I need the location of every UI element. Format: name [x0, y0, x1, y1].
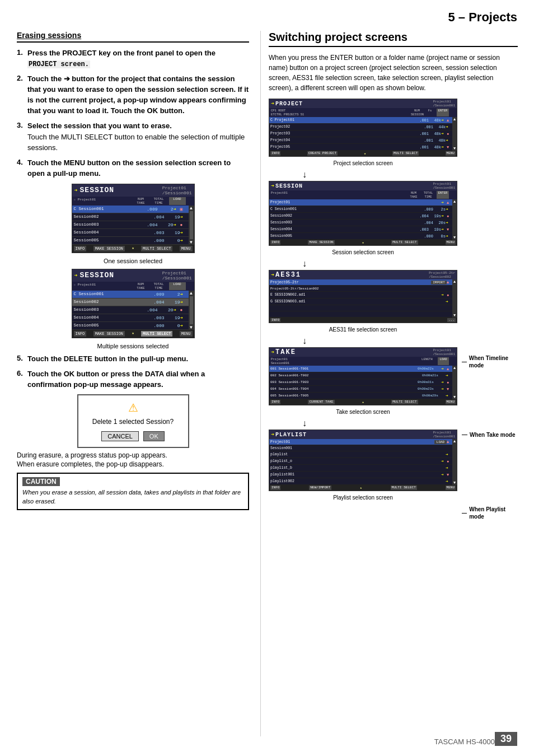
aes31-label: When Timeline mode [469, 354, 518, 369]
take-label-group: When Take mode [462, 398, 518, 471]
aes-row-4: G SESSION003.ad1 ➔ [269, 298, 452, 305]
pl-row-6: playlist002 ➔ [269, 478, 452, 485]
screens-column: ➔ PROJECT Project01/Session001 CP1 ROOTE… [269, 99, 457, 555]
proj-footer: INFO CREATE PROJECT ★ MULTI SELECT MENU [269, 151, 457, 156]
sess-row-5: Session004 .003 19s ➔ ▼ [269, 226, 452, 233]
right-section-title: Switching project screens [269, 31, 518, 47]
brand-label: TASCAM HS-4000 [434, 738, 495, 746]
screen1-footer: INFO MAKE SESSION ★ MULTI SELECT MENU [72, 245, 194, 253]
take-row-5: 005 Session001-T005 0h00m29s ➔ [269, 393, 452, 399]
session-screen-right: ➔ SESSION Project01/Session001 Project01… [269, 181, 457, 246]
step-1: 1. Press the PROJECT key on the front pa… [17, 48, 249, 69]
pl-row-1: Project01 LOAD ▲ [269, 439, 452, 445]
pl-footer: INFO NEW/IMPORT ★ MULTI SELECT MENU [269, 485, 457, 491]
take-row-3: 003 Session001-T003 0h00m31s ➔ ● [269, 379, 452, 386]
proj-row-5: Project05 .001 48k ➔ ▼ [269, 144, 452, 151]
aes31-screen: ➔ AES31 Project05-2tr/Session002 Project… [269, 270, 457, 323]
spacer-2 [462, 208, 518, 325]
aes-row-3: E SESSION002.ad1 ➔ ● [269, 292, 452, 298]
step-4: 4. Touch the MENU button on the session … [17, 158, 249, 179]
right-column: Switching project screens When you press… [269, 31, 518, 555]
pl-scroll: ▲ ▼ [452, 439, 457, 485]
step-6-text: Touch the OK button or press the DATA di… [27, 370, 205, 389]
session-subheader: Project01 NUM TAKE TOTAL TIME ENTER [269, 190, 457, 199]
take-row-4: 004 Session001-T004 0h00m23s ➔ ▼ [269, 386, 452, 393]
screen2-row-4: Session004 .003 19 ➔ [72, 314, 189, 322]
aes-row-6 [269, 311, 452, 318]
project-subheader: CP1 ROOTETCTRL PROJECTS S1 NUM SESSION F… [269, 108, 457, 117]
screen1-caption: One session selected [17, 258, 249, 264]
take-line [462, 435, 467, 435]
screen2-row-3: Session003 .004 20 ➔ ● [72, 306, 189, 314]
step-3-num: 3. [17, 121, 25, 154]
popup-ok-button[interactable]: OK [143, 431, 165, 441]
playlist-screen: ➔ PLAYLIST Project01/Session001 Project0… [269, 430, 457, 491]
sess-row-6: Session005 .000 0s ➔ [269, 233, 452, 240]
step-1-code: PROJECT screen. [27, 60, 90, 68]
step-5: 5. Touch the DELETE button in the pull-u… [17, 354, 249, 365]
take-label: When Take mode [470, 431, 516, 438]
screen1-title: SESSION [80, 186, 115, 194]
take-row-1: 001 Session001-T001 0h00m22s ➔ ▲ [269, 366, 452, 372]
arrow-down-2: ↓ [302, 259, 457, 269]
screen2-row-5: Session005 .000 0 ➔ [72, 322, 189, 330]
proj-row-1: C Project01 .001 48k ➔ ▲ [269, 117, 452, 124]
take-row-2: 002 Session001-T002 0h00m21s ➔ [269, 372, 452, 379]
popup-warning-icon: ⚠ [84, 401, 182, 414]
step-3: 3. Select the session that you want to e… [17, 121, 249, 154]
playlist-screen-group: ➔ PLAYLIST Project01/Session001 Project0… [269, 430, 457, 501]
after-popup-text2: When erasure completes, the pop-up disap… [17, 460, 249, 468]
step-1-num: 1. [17, 48, 25, 69]
aes-row-5 [269, 305, 452, 311]
spacer-1 [462, 99, 518, 208]
arrow-down-3: ↓ [302, 336, 457, 346]
session-screen-group: ➔ SESSION Project01/Session001 Project01… [269, 181, 457, 255]
screen1-scrollbar: ▲ ▼ [189, 206, 194, 245]
proj-row-4: Project04 .001 48k ➔ [269, 137, 452, 144]
pl-row-1b: Session001 [269, 445, 452, 451]
screen2-row-2: Session002 .004 19 ➔ [72, 298, 189, 306]
pl-line [462, 513, 467, 514]
caution-title: CAUTION [22, 477, 60, 486]
step-4-num: 4. [17, 158, 25, 179]
screen2-scrollbar: ▲ ▼ [189, 291, 194, 330]
take-screen: ➔ TAKE Project01/Session001 Project01Ses… [269, 347, 457, 405]
take-subheader: Project01Session001 LENGTH LOAD [269, 357, 457, 366]
step-5-content: Touch the DELETE button in the pull-up m… [27, 354, 249, 365]
project-screen: ➔ PROJECT Project01/Session001 CP1 ROOTE… [269, 99, 457, 157]
screen1-row-4: Session004 .003 19 ➔ [72, 229, 189, 237]
pl-row-5: playlist001 ➔ ▼ [269, 472, 452, 478]
pl-row-2: playlist ➔ [269, 451, 452, 458]
sess-footer: INFO MAKE SESSION ★ MULTI SELECT MENU [269, 240, 457, 245]
screen2-row-1: C Session001 .009 2 ➔ [72, 291, 189, 298]
session-caption: Session selection screen [269, 249, 457, 255]
screen2-arrow: ➔ [74, 272, 78, 279]
aes31-line [462, 362, 467, 362]
step-2-num: 2. [17, 74, 25, 116]
left-section-title: Erasing sessions [17, 31, 249, 43]
take-caption: Take selection screen [269, 409, 457, 415]
aes-row-2: Project05-2tr/Session002 [269, 286, 452, 292]
project-screen-group: ➔ PROJECT Project01/Session001 CP1 ROOTE… [269, 99, 457, 166]
sess-scroll: ▲ ▼ [452, 199, 457, 240]
popup-cancel-button[interactable]: CANCEL [101, 431, 139, 441]
popup-buttons: CANCEL OK [84, 431, 182, 441]
sess-row-1: Project01 ➔ ▲ [269, 199, 452, 206]
screen2-body: C Session001 .009 2 ➔ Session002 .004 19… [72, 291, 194, 330]
screen1-arrow: ➔ [74, 187, 78, 194]
step-1-content: Press the PROJECT key on the front panel… [27, 48, 249, 69]
aes-row-1: Project05-2tr IMPORT ▲ [269, 279, 452, 286]
page-number: 39 [495, 732, 517, 746]
playlist-caption: Playlist selection screen [269, 494, 457, 501]
steps-list: 1. Press the PROJECT key on the front pa… [17, 48, 249, 179]
screen1-row-2: Session002 .004 19 ➔ [72, 213, 189, 221]
pl-row-3: playlist_o ➔ ● [269, 458, 452, 465]
sess-row-4: Session003 .004 20s ➔ [269, 220, 452, 226]
session-screen-1: ➔ SESSION Project01/Session001 ☆ Project… [72, 184, 195, 253]
proj-row-2: Project02 .001 44k ➔ [269, 124, 452, 130]
right-screens-layout: ➔ PROJECT Project01/Session001 CP1 ROOTE… [269, 99, 518, 555]
caution-box: CAUTION When you erase a session, all se… [17, 473, 249, 510]
screen2-caption: Multiple sessions selected [17, 343, 249, 349]
screen1-row-3: Session003 .004 20 ➔ ● [72, 221, 189, 229]
take-scroll: ▲ ▼ [452, 366, 457, 399]
